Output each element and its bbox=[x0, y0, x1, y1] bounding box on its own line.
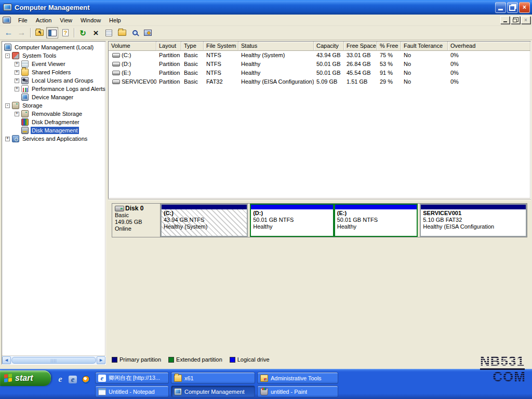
tree-item-computer-management[interactable]: Computer Management (Local) bbox=[2, 43, 105, 51]
find-button[interactable] bbox=[129, 27, 141, 38]
delete-button[interactable]: × bbox=[90, 27, 102, 38]
tree-item-label: System Tools bbox=[21, 52, 57, 59]
partition-e[interactable]: (E:) 50.01 GB NTFS Healthy bbox=[334, 204, 418, 237]
task-paint[interactable]: untitled - Paint bbox=[257, 385, 338, 397]
disk-0-label[interactable]: Disk 0 Basic 149.05 GB Online bbox=[112, 204, 161, 237]
mdi-minimize-button[interactable] bbox=[500, 16, 510, 24]
cell-capacity: 50.01 GB bbox=[314, 69, 344, 77]
media-player-icon bbox=[82, 376, 90, 383]
menu-action[interactable]: Action bbox=[32, 16, 56, 24]
back-button[interactable]: ← bbox=[3, 27, 15, 38]
partition-d[interactable]: (D:) 50.01 GB NTFS Healthy bbox=[250, 204, 334, 237]
tree-item-shared-folders[interactable]: + Shared Folders bbox=[2, 68, 105, 76]
col-free-space[interactable]: Free Space bbox=[344, 42, 377, 51]
console-system-icon[interactable] bbox=[3, 17, 11, 23]
col-pct-free[interactable]: % Free bbox=[377, 42, 401, 51]
tree-horizontal-scrollbar[interactable]: ◄ |||| ► bbox=[2, 355, 105, 364]
col-fault-tolerance[interactable]: Fault Tolerance bbox=[401, 42, 448, 51]
help-button[interactable] bbox=[59, 27, 71, 38]
forward-button[interactable]: → bbox=[16, 27, 28, 38]
properties-button[interactable] bbox=[103, 27, 115, 38]
expand-icon[interactable]: + bbox=[15, 87, 19, 91]
start-button[interactable]: start bbox=[0, 370, 51, 386]
collapse-icon[interactable]: - bbox=[5, 103, 10, 108]
tree-item-label: Device Manager bbox=[31, 94, 74, 101]
task-x61-folder[interactable]: x61 bbox=[171, 372, 255, 384]
partition-name: (D:) bbox=[253, 210, 331, 217]
legend-label: Extended partition bbox=[176, 356, 222, 363]
expand-icon[interactable]: + bbox=[15, 62, 19, 66]
task-ie-page[interactable]: e 卿闲自在 [http://13... bbox=[95, 372, 169, 384]
refresh-button[interactable]: ↻ bbox=[77, 27, 89, 38]
scrollbar-thumb[interactable]: |||| bbox=[11, 357, 96, 364]
properties-icon bbox=[105, 30, 112, 36]
volume-row-servicev001[interactable]: SERVICEV001 Partition Basic FAT32 Health… bbox=[109, 77, 530, 86]
tree-item-label-selected: Disk Management bbox=[31, 127, 79, 134]
tree-item-local-users-groups[interactable]: + Local Users and Groups bbox=[2, 76, 105, 85]
col-file-system[interactable]: File System bbox=[204, 42, 238, 51]
cell-status: Healthy bbox=[238, 60, 314, 69]
tree-item-system-tools[interactable]: - System Tools bbox=[2, 51, 105, 60]
legend-label: Primary partition bbox=[119, 356, 161, 363]
task-computer-management[interactable]: Computer Management bbox=[171, 385, 255, 397]
restore-button[interactable] bbox=[507, 2, 518, 13]
tree-item-event-viewer[interactable]: + Event Viewer bbox=[2, 60, 105, 68]
menu-view[interactable]: View bbox=[56, 16, 76, 24]
partition-status: Healthy (System) bbox=[164, 223, 245, 230]
tree-item-removable-storage[interactable]: + Removable Storage bbox=[2, 110, 105, 118]
mdi-close-button[interactable]: × bbox=[521, 16, 530, 24]
task-administrative-tools[interactable]: Administrative Tools bbox=[257, 372, 338, 384]
menu-help[interactable]: Help bbox=[105, 16, 125, 24]
window-titlebar[interactable]: Computer Management × bbox=[0, 0, 532, 15]
volume-icon bbox=[112, 53, 120, 58]
console-tree-pane: Computer Management (Local) - System Too… bbox=[2, 41, 106, 365]
col-layout[interactable]: Layout bbox=[156, 42, 181, 51]
tree-item-label: Local Users and Groups bbox=[31, 77, 95, 84]
partition-name: (E:) bbox=[337, 210, 415, 217]
col-overhead[interactable]: Overhead bbox=[448, 42, 530, 51]
computer-management-window: Computer Management × File Action View W… bbox=[0, 0, 532, 369]
quick-launch-media-player[interactable] bbox=[81, 375, 90, 384]
cell-fault-tolerance: No bbox=[401, 69, 448, 77]
partition-c[interactable]: (C:) 43.94 GB NTFS Healthy (System) bbox=[161, 204, 248, 237]
partition-servicev001[interactable]: SERVICEV001 5.10 GB FAT32 Healthy (EISA … bbox=[420, 204, 527, 237]
menu-window[interactable]: Window bbox=[76, 16, 105, 24]
quick-launch-ie[interactable]: e bbox=[56, 375, 65, 384]
tree-item-disk-defragmenter[interactable]: Disk Defragmenter bbox=[2, 118, 105, 126]
task-notepad[interactable]: Untitled - Notepad bbox=[95, 385, 169, 397]
tree-item-performance-logs[interactable]: + Performance Logs and Alerts bbox=[2, 85, 105, 93]
volume-row-c[interactable]: (C:) Partition Basic NTFS Healthy (Syste… bbox=[109, 51, 530, 60]
expand-icon[interactable]: + bbox=[15, 112, 19, 116]
menu-file[interactable]: File bbox=[14, 16, 32, 24]
col-volume[interactable]: Volume bbox=[109, 42, 156, 51]
cell-pct-free: 53 % bbox=[377, 60, 401, 69]
disk-defragmenter-icon bbox=[21, 118, 29, 126]
expand-icon[interactable]: + bbox=[5, 137, 10, 141]
show-console-tree-button[interactable] bbox=[46, 27, 58, 38]
close-button[interactable]: × bbox=[519, 2, 530, 13]
mdi-restore-button[interactable] bbox=[511, 16, 520, 24]
volume-row-e[interactable]: (E:) Partition Basic NTFS Healthy 50.01 … bbox=[109, 69, 530, 77]
collapse-icon[interactable]: - bbox=[5, 54, 10, 58]
expand-icon[interactable]: + bbox=[15, 70, 19, 75]
col-capacity[interactable]: Capacity bbox=[314, 42, 344, 51]
quick-launch-ie-alt[interactable]: e bbox=[68, 375, 77, 384]
col-type[interactable]: Type bbox=[181, 42, 204, 51]
volume-row-d[interactable]: (D:) Partition Basic NTFS Healthy 50.01 … bbox=[109, 60, 530, 69]
system-tools-icon bbox=[12, 52, 19, 59]
tree-item-device-manager[interactable]: Device Manager bbox=[2, 93, 105, 101]
partition-legend: Primary partition Extended partition Log… bbox=[108, 354, 531, 365]
expand-icon[interactable]: + bbox=[15, 78, 19, 83]
up-one-level-button[interactable] bbox=[33, 27, 45, 38]
tree-item-disk-management[interactable]: Disk Management bbox=[2, 126, 105, 135]
scroll-right-icon[interactable]: ► bbox=[97, 356, 105, 364]
scroll-left-icon[interactable]: ◄ bbox=[2, 356, 11, 364]
tree-item-storage[interactable]: - Storage bbox=[2, 101, 105, 110]
minimize-button[interactable] bbox=[495, 2, 506, 13]
open-button[interactable] bbox=[116, 27, 128, 38]
tree-item-label: Removable Storage bbox=[31, 110, 83, 117]
col-status[interactable]: Status bbox=[238, 42, 314, 51]
cell-overhead: 0% bbox=[448, 60, 530, 69]
disk-actions-button[interactable] bbox=[142, 27, 154, 38]
tree-item-services-applications[interactable]: + Services and Applications bbox=[2, 135, 105, 143]
